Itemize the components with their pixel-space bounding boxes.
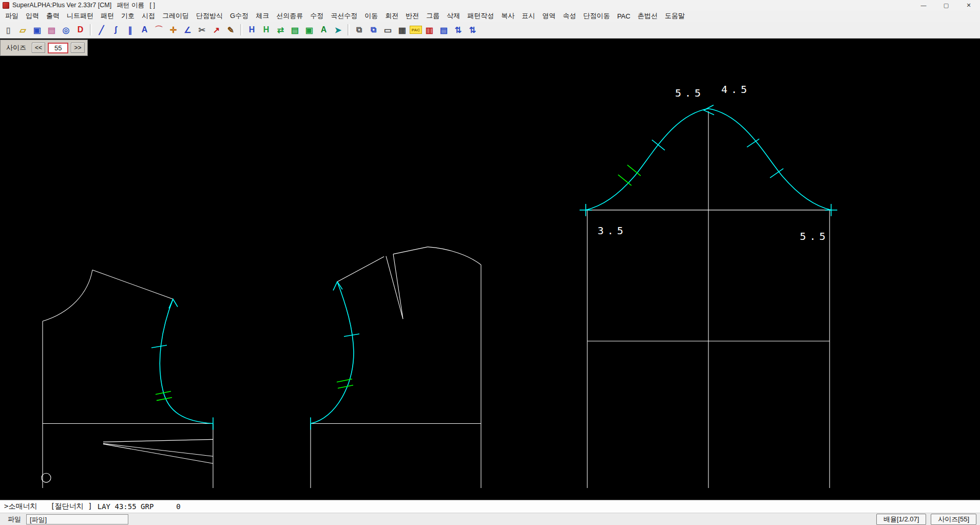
front-dart-line-1[interactable]: [103, 439, 213, 442]
measure-icon[interactable]: ↗: [209, 23, 223, 37]
status-lay-info: LAY 43:55 GRP: [98, 502, 154, 511]
menu-item[interactable]: 이동: [361, 10, 381, 22]
back-neck-curve[interactable]: [428, 247, 481, 265]
back-armhole-curve[interactable]: [311, 282, 354, 423]
pattern-piece-back[interactable]: [311, 247, 481, 488]
toolbar-separator: [90, 24, 92, 35]
front-dart-line-3[interactable]: [103, 444, 213, 463]
menu-item[interactable]: 기호: [118, 10, 138, 22]
back-notch-single: [344, 334, 359, 336]
size-value-field[interactable]: 55: [48, 43, 68, 53]
clipboard-icon[interactable]: ▤: [437, 23, 451, 37]
menu-item[interactable]: 그룹: [422, 10, 443, 22]
minimize-button[interactable]: —: [912, 0, 935, 10]
menu-item[interactable]: 그레이딩: [159, 10, 193, 22]
bottom-right-chips: 배율[1/2.07] 사이즈[55]: [876, 514, 976, 525]
grade-table-icon[interactable]: ▤: [288, 23, 302, 37]
grade-a-icon[interactable]: A: [317, 23, 331, 37]
canvas[interactable]: 5.5 4.5 3.5 5.5 사이즈 << 55 >>: [0, 39, 980, 500]
h-grade-blue-icon[interactable]: H: [245, 23, 259, 37]
app-icon: [3, 2, 9, 9]
front-dart-line-2[interactable]: [103, 443, 213, 456]
front-neckline[interactable]: [43, 270, 92, 321]
menu-item[interactable]: 표시: [518, 10, 539, 22]
arc-tool-icon[interactable]: ⌒: [152, 23, 166, 37]
front-shoulder-line[interactable]: [92, 270, 173, 299]
size-next-button[interactable]: >>: [71, 43, 84, 53]
size-bar: 사이즈 << 55 >>: [0, 40, 88, 56]
size-prev-button[interactable]: <<: [32, 43, 45, 53]
menu-item[interactable]: 패턴: [97, 10, 118, 22]
pattern-piece-sleeve[interactable]: 5.5 4.5 3.5 5.5: [580, 83, 837, 488]
front-notch-double-2: [157, 398, 172, 401]
menu-item[interactable]: 파일: [2, 10, 22, 22]
line-tool-icon[interactable]: ╱: [94, 23, 108, 37]
pen-icon[interactable]: ✎: [224, 23, 238, 37]
menu-item[interactable]: G수정: [226, 10, 252, 22]
layers-icon[interactable]: ⧉: [367, 23, 380, 37]
menu-item[interactable]: 체크: [252, 10, 273, 22]
move-point-icon[interactable]: ✛: [166, 23, 180, 37]
text-tool-icon[interactable]: A: [138, 23, 151, 37]
menu-item[interactable]: 반전: [402, 10, 422, 22]
menu-item[interactable]: 입력: [22, 10, 43, 22]
menu-item[interactable]: 촌법선: [634, 10, 661, 22]
measurement-label: 4.5: [721, 83, 751, 96]
menu-item[interactable]: 삭제: [443, 10, 464, 22]
flip-icon[interactable]: ➤: [331, 23, 345, 37]
open-folder-icon[interactable]: ▱: [16, 23, 30, 37]
h-grade-green-icon[interactable]: H: [259, 23, 273, 37]
menu-item[interactable]: 단점이동: [580, 10, 613, 22]
sort-arrows2-icon[interactable]: ⇅: [466, 23, 479, 37]
menu-item[interactable]: 복사: [497, 10, 518, 22]
copy-window-icon[interactable]: ⧉: [352, 23, 366, 37]
sort-arrows-icon[interactable]: ⇅: [451, 23, 465, 37]
pac-icon[interactable]: PAC: [410, 26, 422, 34]
back-neck-line[interactable]: [393, 247, 428, 254]
back-shoulder-dart[interactable]: [386, 254, 403, 320]
pattern-piece-front[interactable]: [42, 270, 213, 488]
delete-icon[interactable]: ▥: [422, 23, 436, 37]
menu-item[interactable]: 영역: [539, 10, 559, 22]
menu-item[interactable]: 단점방식: [193, 10, 226, 22]
zoom-ratio-chip[interactable]: 배율[1/2.07]: [876, 514, 926, 525]
grid-window-icon[interactable]: ▦: [395, 23, 409, 37]
menu-item[interactable]: 속성: [559, 10, 580, 22]
menu-item[interactable]: 패턴작성: [464, 10, 497, 22]
size-chip[interactable]: 사이즈[55]: [931, 514, 976, 525]
parallel-tool-icon[interactable]: ∥: [123, 23, 137, 37]
maximize-button[interactable]: ▢: [935, 0, 957, 10]
close-button[interactable]: ✕: [957, 0, 980, 10]
file-field[interactable]: [파일]: [26, 514, 128, 524]
status-count: 0: [176, 502, 180, 511]
menu-item[interactable]: 회전: [381, 10, 402, 22]
dart-tool-icon[interactable]: ∠: [181, 23, 195, 37]
front-armhole-curve[interactable]: [160, 299, 213, 423]
menu-item[interactable]: 선의종류: [273, 10, 306, 22]
back-shoulder-line[interactable]: [337, 257, 384, 282]
window-title: SuperALPHA:Plus Ver 2.33r7 [CM] 패턴 이름 [ …: [12, 1, 155, 10]
zoom-icon[interactable]: ◎: [59, 23, 73, 37]
drawing-svg[interactable]: 5.5 4.5 3.5 5.5: [0, 39, 980, 500]
menu-item[interactable]: 출력: [43, 10, 63, 22]
menu-item[interactable]: 도움말: [661, 10, 688, 22]
file-menu-label[interactable]: 파일: [2, 515, 26, 524]
new-file-icon[interactable]: ▯: [2, 23, 15, 37]
menu-item[interactable]: 시접: [138, 10, 159, 22]
measurement-label: 3.5: [598, 224, 627, 237]
swap-icon[interactable]: ⇄: [274, 23, 287, 37]
print-icon[interactable]: ▤: [45, 23, 59, 37]
front-button-mark[interactable]: [42, 473, 51, 482]
back-notch-double-2: [338, 385, 353, 388]
menu-item[interactable]: 수정: [306, 10, 327, 22]
menu-item[interactable]: 니트패턴: [63, 10, 97, 22]
window-icon[interactable]: ▭: [381, 23, 395, 37]
menu-item[interactable]: PAC: [613, 11, 634, 21]
save-icon[interactable]: ▣: [30, 23, 44, 37]
menu-item[interactable]: 곡선수정: [327, 10, 361, 22]
scissors-icon[interactable]: ✂: [195, 23, 209, 37]
pattern-d-icon[interactable]: D: [73, 23, 87, 37]
grade-block-icon[interactable]: ▣: [302, 23, 316, 37]
curve-tool-icon[interactable]: ʃ: [109, 23, 123, 37]
window-controls: — ▢ ✕: [912, 0, 980, 10]
